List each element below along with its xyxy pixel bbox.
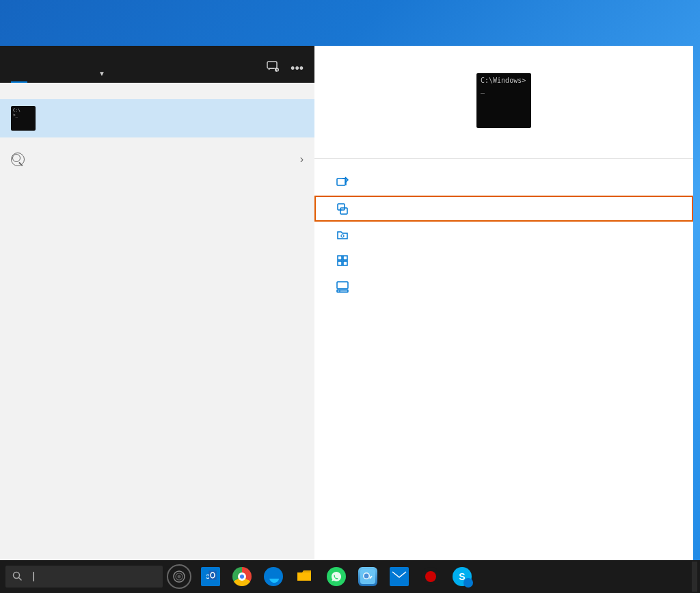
svg-rect-14 bbox=[337, 290, 348, 292]
web-search-icon bbox=[11, 153, 25, 166]
svg-point-6 bbox=[341, 235, 344, 237]
chrome-icon bbox=[232, 567, 252, 586]
svg-point-20 bbox=[178, 575, 181, 579]
svg-point-29 bbox=[364, 574, 369, 579]
taskbar-mail[interactable] bbox=[384, 562, 414, 592]
run-admin-icon bbox=[336, 202, 349, 215]
best-match-label bbox=[0, 91, 314, 99]
more-options-icon[interactable]: ••• bbox=[291, 62, 304, 76]
pin-taskbar-action[interactable] bbox=[314, 274, 693, 300]
command-prompt-icon: C:\>_ bbox=[11, 106, 36, 131]
finder-icon bbox=[358, 567, 377, 586]
files-icon bbox=[296, 567, 314, 586]
nav-documents[interactable] bbox=[49, 72, 66, 83]
pin-taskbar-icon bbox=[336, 280, 349, 293]
taskbar-outlook[interactable] bbox=[196, 562, 226, 592]
taskbar: S bbox=[0, 560, 700, 593]
svg-rect-4 bbox=[338, 204, 345, 210]
actions-list bbox=[314, 159, 693, 311]
svg-rect-8 bbox=[343, 256, 347, 260]
chevron-down-icon: ▼ bbox=[98, 70, 105, 77]
whatsapp-icon bbox=[327, 567, 346, 586]
taskbar-edge[interactable] bbox=[258, 562, 288, 592]
file-location-icon bbox=[336, 228, 349, 241]
taskbar-files[interactable] bbox=[290, 562, 320, 592]
mail-icon bbox=[390, 567, 409, 586]
svg-line-17 bbox=[19, 577, 22, 580]
svg-rect-13 bbox=[337, 282, 348, 289]
nav-apps[interactable] bbox=[30, 72, 46, 83]
nav-bar: ▼ ? ••• bbox=[0, 46, 314, 83]
svg-rect-10 bbox=[343, 261, 347, 265]
run-admin-action[interactable] bbox=[314, 196, 693, 222]
nav-all[interactable] bbox=[11, 70, 27, 83]
svg-text:?: ? bbox=[276, 68, 278, 73]
taskbar-search[interactable] bbox=[5, 566, 163, 588]
svg-rect-9 bbox=[338, 261, 342, 265]
detail-header: C:\Windows>_ bbox=[314, 46, 693, 159]
search-panel: ▼ ? ••• C:\>_ bbox=[0, 46, 314, 593]
feedback-icon[interactable]: ? bbox=[266, 60, 280, 77]
taskbar-search-icon bbox=[12, 571, 22, 583]
svg-rect-0 bbox=[267, 62, 277, 68]
svg-rect-22 bbox=[208, 570, 217, 580]
taskbar-apps: S bbox=[196, 562, 477, 592]
nav-web[interactable] bbox=[68, 72, 85, 83]
svg-rect-5 bbox=[340, 208, 347, 214]
taskbar-skype[interactable]: S bbox=[447, 562, 477, 592]
open-icon bbox=[336, 176, 349, 189]
pin-start-icon bbox=[336, 254, 349, 267]
web-search-item[interactable]: › bbox=[0, 146, 314, 173]
open-file-location-action[interactable] bbox=[314, 222, 693, 248]
edge-icon bbox=[264, 567, 283, 586]
show-desktop-button[interactable] bbox=[692, 562, 697, 592]
cursor bbox=[33, 572, 34, 581]
detail-panel: C:\Windows>_ bbox=[314, 46, 693, 593]
web-section-label bbox=[0, 137, 314, 146]
taskbar-record[interactable] bbox=[416, 562, 446, 592]
svg-point-25 bbox=[206, 575, 209, 578]
results-area: C:\>_ › bbox=[0, 83, 314, 593]
nav-right-icons: ? ••• bbox=[266, 60, 304, 83]
chevron-right-icon: › bbox=[300, 153, 304, 166]
taskbar-chrome[interactable] bbox=[227, 562, 257, 592]
pin-start-action[interactable] bbox=[314, 248, 693, 274]
nav-more[interactable]: ▼ bbox=[88, 64, 113, 83]
taskbar-whatsapp[interactable] bbox=[321, 562, 351, 592]
detail-app-icon: C:\Windows>_ bbox=[476, 73, 531, 128]
cortana-button[interactable] bbox=[167, 564, 191, 589]
command-prompt-result[interactable]: C:\>_ bbox=[0, 99, 314, 137]
open-action[interactable] bbox=[314, 170, 693, 196]
svg-rect-3 bbox=[337, 179, 345, 185]
skype-badge bbox=[463, 578, 473, 588]
taskbar-finder[interactable] bbox=[353, 562, 383, 592]
record-icon bbox=[421, 567, 440, 586]
svg-rect-7 bbox=[338, 256, 342, 260]
outlook-icon bbox=[201, 567, 220, 586]
svg-rect-31 bbox=[392, 571, 406, 582]
